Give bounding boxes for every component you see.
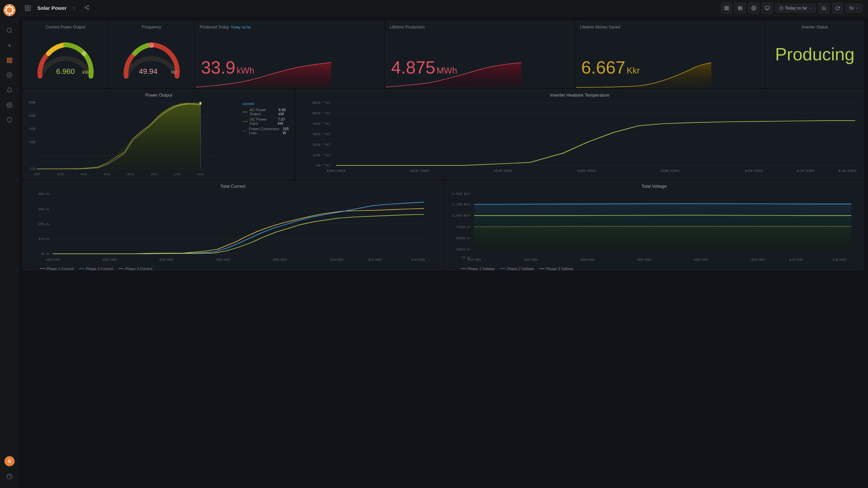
- inverter-status-title: Inverter Status: [766, 25, 864, 29]
- lifetime-money-title: Lifetime Money Saved: [580, 25, 620, 29]
- sidebar-search-icon[interactable]: [4, 25, 15, 36]
- svg-text:02:00: 02:00: [524, 258, 538, 261]
- lifetime-money-value: 6.667: [581, 58, 625, 77]
- svg-text:14:00: 14:00: [411, 258, 425, 261]
- svg-point-27: [87, 5, 89, 6]
- svg-point-18: [7, 73, 12, 78]
- sidebar-settings-icon[interactable]: [4, 100, 15, 110]
- main-content: Current Power Output 6.960 kW: [19, 16, 868, 488]
- time-range-btn[interactable]: Today so far: [775, 4, 816, 13]
- sidebar: G: [0, 0, 19, 488]
- svg-text:10:00: 10:00: [330, 258, 343, 261]
- svg-rect-15: [10, 58, 12, 60]
- current-power-card: Current Power Output 6.960 kW: [23, 20, 108, 88]
- svg-text:1.00 kV: 1.00 kV: [452, 214, 470, 218]
- svg-text:10:00: 10:00: [744, 169, 763, 173]
- svg-text:12:00: 12:00: [796, 169, 814, 173]
- display-btn[interactable]: [762, 3, 773, 14]
- conversion-loss-legend: Power Conversion Loss 105 W: [242, 127, 291, 135]
- svg-rect-32: [725, 6, 726, 7]
- total-voltage-title: Total Voltage: [445, 181, 864, 190]
- svg-rect-26: [28, 8, 31, 11]
- svg-text:40 A: 40 A: [38, 192, 50, 196]
- total-current-chart: Total Current 40 A 30 A 20 A 10 A 0 A 00…: [23, 181, 443, 270]
- svg-point-29: [87, 8, 89, 10]
- temp-legend: Temperature: [296, 178, 864, 179]
- settings-btn[interactable]: [748, 3, 759, 14]
- svg-text:30 °C: 30 °C: [312, 132, 331, 136]
- power-output-title: Power Output: [23, 90, 294, 99]
- svg-text:06:00: 06:00: [577, 169, 596, 173]
- svg-rect-14: [7, 58, 9, 60]
- svg-text:10:00: 10:00: [751, 258, 765, 261]
- lifetime-production-card: Lifetime Production 4.875 MWh: [386, 20, 574, 88]
- svg-point-74: [199, 102, 202, 104]
- current-legend: Phase 1 Current Phase 2 Current Phase 3 …: [23, 266, 442, 270]
- svg-rect-34: [725, 8, 726, 10]
- svg-text:10 A: 10 A: [38, 237, 50, 241]
- produced-today-card: Produced Today Today so far 33.9 kWh: [195, 20, 384, 88]
- heatsink-temp-chart: Inverter Heatsink Temperature 60 °C 50 °…: [296, 89, 864, 179]
- svg-text:30 A: 30 A: [38, 207, 50, 211]
- svg-text:00:00: 00:00: [327, 169, 345, 173]
- sidebar-explore-icon[interactable]: [4, 70, 15, 81]
- svg-text:0 W: 0 W: [30, 167, 35, 171]
- svg-text:02:00: 02:00: [410, 169, 429, 173]
- svg-text:0 °C: 0 °C: [316, 163, 331, 167]
- svg-rect-33: [727, 6, 728, 7]
- zoom-out-btn[interactable]: [818, 3, 829, 14]
- sidebar-shield-icon[interactable]: [4, 115, 15, 125]
- svg-text:12:00: 12:00: [174, 172, 180, 176]
- svg-line-11: [11, 32, 12, 33]
- inverter-status-card: Inverter Status Producing: [766, 20, 864, 88]
- app-logo: [3, 4, 16, 16]
- total-current-title: Total Current: [23, 181, 442, 190]
- svg-text:14:00: 14:00: [832, 258, 846, 261]
- frequency-title: Frequency: [110, 25, 194, 29]
- svg-text:02:00: 02:00: [57, 172, 64, 176]
- sidebar-add-icon[interactable]: [4, 40, 15, 51]
- svg-point-19: [9, 75, 11, 76]
- total-current-svg: 40 A 30 A 20 A 10 A 0 A 00:00 02:00 04:0…: [23, 190, 442, 265]
- sidebar-help-icon[interactable]: [4, 471, 15, 482]
- svg-text:500 V: 500 V: [456, 236, 471, 240]
- sidebar-alerts-icon[interactable]: [4, 85, 15, 96]
- svg-text:kW: kW: [82, 69, 90, 75]
- inverter-status-value: Producing: [775, 44, 854, 64]
- svg-text:10 °C: 10 °C: [312, 153, 331, 157]
- sidebar-dashboards-icon[interactable]: [4, 55, 15, 66]
- svg-text:20 °C: 20 °C: [312, 143, 331, 147]
- lifetime-production-unit: MWh: [436, 65, 457, 76]
- lifetime-production-title: Lifetime Production: [390, 25, 425, 29]
- svg-point-20: [9, 104, 11, 106]
- refresh-rate-btn[interactable]: 5s: [846, 4, 863, 13]
- heatsink-temp-title: Inverter Heatsink Temperature: [296, 90, 864, 99]
- user-avatar[interactable]: G: [4, 456, 15, 466]
- svg-text:14:00: 14:00: [197, 172, 204, 176]
- svg-text:750 V: 750 V: [456, 225, 471, 229]
- share-icon[interactable]: [82, 3, 92, 13]
- svg-rect-35: [727, 8, 728, 10]
- heatsink-temp-svg: 60 °C 50 °C 40 °C 30 °C 20 °C 10 °C 0 °C…: [296, 99, 864, 177]
- svg-text:04:00: 04:00: [159, 258, 173, 261]
- chart-view-btn[interactable]: [721, 3, 732, 14]
- lifetime-money-card: Lifetime Money Saved 6.667 Kkr: [575, 20, 764, 88]
- refresh-btn[interactable]: [832, 3, 843, 14]
- total-voltage-svg: 1.50 kV 1.25 kV 1.00 kV 750 V 500 V 250 …: [445, 190, 864, 265]
- svg-text:10:00: 10:00: [151, 172, 157, 176]
- svg-rect-36: [738, 6, 742, 10]
- svg-point-10: [7, 28, 11, 32]
- svg-text:06:00: 06:00: [637, 258, 651, 261]
- star-icon[interactable]: ☆: [70, 4, 79, 12]
- svg-text:08:00: 08:00: [127, 172, 134, 176]
- dc-power-legend: DC Power Input 7.07 kW: [242, 117, 291, 125]
- table-view-btn[interactable]: [735, 3, 746, 14]
- svg-text:250 V: 250 V: [456, 247, 471, 251]
- svg-text:4 kW: 4 kW: [29, 127, 35, 131]
- svg-text:6.960: 6.960: [56, 67, 75, 76]
- frequency-gauge: 49.94 Hz: [119, 34, 184, 81]
- ac-power-legend: AC Power Output 6.96 kW: [242, 108, 291, 116]
- svg-point-51: [149, 43, 154, 48]
- svg-text:06:00: 06:00: [104, 172, 110, 176]
- svg-rect-23: [25, 5, 27, 7]
